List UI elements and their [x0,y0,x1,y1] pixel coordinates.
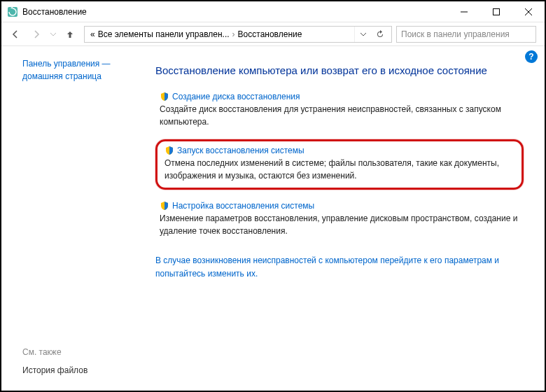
file-history-link[interactable]: История файлов [22,365,133,375]
recent-dropdown[interactable] [48,25,59,43]
search-placeholder: Поиск в панели управления [401,29,510,39]
svg-rect-2 [493,8,500,15]
option-desc: Отмена последних изменений в системе; фа… [164,157,514,182]
content-area: Панель управления — домашняя страница См… [1,46,545,391]
main-panel: ? Восстановление компьютера или возврат … [141,46,545,391]
shield-icon [164,146,174,155]
page-heading: Восстановление компьютера или возврат ег… [155,64,524,76]
option-system-restore: Запуск восстановления системы Отмена пос… [155,139,524,190]
back-button[interactable] [6,25,25,43]
search-input[interactable]: Поиск в панели управления [396,26,536,43]
option-configure-restore: Настройка восстановления системы Изменен… [155,198,524,240]
create-recovery-drive-link[interactable]: Создание диска восстановления [172,92,300,102]
breadcrumb-parent[interactable]: Все элементы панели управлен... [98,29,230,39]
option-desc: Создайте диск восстановления для устране… [160,103,519,128]
app-icon [7,6,18,18]
system-restore-link[interactable]: Запуск восстановления системы [177,146,304,155]
close-button[interactable] [512,1,545,22]
shield-icon [160,201,169,211]
option-create-recovery-drive: Создание диска восстановления Создайте д… [155,89,524,131]
address-dropdown[interactable] [355,27,372,42]
see-also-label: См. также [22,347,133,357]
chevron-right-icon: › [232,29,235,39]
breadcrumb-prefix: « [90,29,95,39]
breadcrumb-current[interactable]: Восстановление [238,29,302,39]
forward-button[interactable] [27,25,46,43]
navbar: « Все элементы панели управлен... › Восс… [1,22,545,46]
address-bar[interactable]: « Все элементы панели управлен... › Восс… [84,26,392,43]
maximize-button[interactable] [480,1,512,22]
troubleshoot-settings-link[interactable]: В случае возникновения неисправностей с … [155,254,524,281]
configure-restore-link[interactable]: Настройка восстановления системы [172,201,314,211]
titlebar: Восстановление [1,1,545,22]
window-controls [448,1,545,22]
help-icon[interactable]: ? [525,50,538,63]
window-title: Восстановление [22,7,448,17]
up-button[interactable] [60,25,80,43]
sidebar: Панель управления — домашняя страница См… [1,46,141,391]
control-panel-home-link[interactable]: Панель управления — домашняя страница [22,57,133,83]
shield-icon [160,92,169,102]
minimize-button[interactable] [448,1,480,22]
refresh-button[interactable] [372,27,388,42]
option-desc: Изменение параметров восстановления, упр… [160,212,519,237]
